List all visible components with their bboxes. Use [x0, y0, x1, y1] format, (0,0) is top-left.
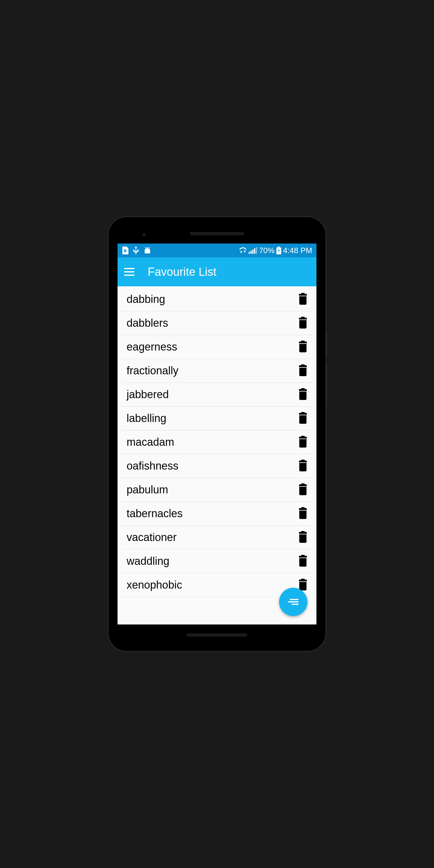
word-label: tabernacles [127, 507, 183, 520]
favourite-list[interactable]: dabbing dabblers eagerness fractionally … [118, 286, 316, 624]
file-error-icon [122, 247, 128, 254]
power-button [326, 332, 327, 355]
list-item[interactable]: vacationer [121, 526, 313, 550]
battery-charging-icon [276, 247, 281, 254]
trash-icon[interactable] [299, 437, 307, 447]
trash-icon[interactable] [299, 318, 307, 329]
word-label: labelling [127, 412, 166, 425]
word-label: oafishness [127, 460, 179, 472]
trash-icon[interactable] [299, 389, 307, 400]
trash-icon[interactable] [299, 508, 307, 519]
wifi-sync-icon [239, 247, 247, 254]
trash-icon[interactable] [299, 484, 307, 495]
status-right-icons: 70% 4:48 PM [239, 246, 312, 255]
sort-icon [288, 599, 299, 605]
phone-bottom-speaker [187, 633, 247, 637]
svg-line-4 [149, 247, 150, 248]
word-label: eagerness [127, 341, 177, 353]
word-label: macadam [127, 436, 174, 448]
list-item[interactable]: tabernacles [121, 502, 313, 526]
menu-icon[interactable] [124, 266, 135, 278]
list-item[interactable]: eagerness [121, 335, 313, 359]
word-label: xenophobic [127, 579, 182, 591]
list-item[interactable]: oafishness [121, 454, 313, 478]
trash-icon[interactable] [299, 532, 307, 543]
svg-point-1 [146, 248, 147, 249]
usb-icon [133, 246, 138, 255]
svg-point-2 [148, 248, 149, 249]
trash-icon[interactable] [299, 413, 307, 424]
battery-percent: 70% [259, 246, 275, 255]
android-debug-icon [144, 247, 151, 254]
trash-icon[interactable] [299, 341, 307, 352]
list-item[interactable]: fractionally [121, 359, 313, 383]
clock-time: 4:48 PM [283, 246, 312, 255]
list-item[interactable]: dabblers [121, 311, 313, 335]
status-left-icons [122, 246, 151, 255]
word-label: fractionally [127, 364, 179, 377]
list-item[interactable]: pabulum [121, 478, 313, 502]
word-label: jabbered [127, 388, 169, 401]
phone-speaker [190, 232, 244, 235]
word-label: vacationer [127, 531, 177, 544]
phone-camera [143, 233, 146, 236]
screen: 70% 4:48 PM Favourite List dabbing [118, 244, 316, 624]
svg-rect-0 [145, 249, 150, 253]
signal-icon [249, 247, 257, 254]
list-item[interactable]: jabbered [121, 383, 313, 407]
page-title: Favourite List [148, 266, 216, 278]
trash-icon[interactable] [299, 294, 307, 305]
status-bar: 70% 4:48 PM [118, 244, 316, 257]
trash-icon[interactable] [299, 365, 307, 376]
word-label: dabbing [127, 293, 165, 306]
word-label: dabblers [127, 317, 168, 330]
volume-button [326, 365, 327, 407]
list-item[interactable]: waddling [121, 550, 313, 573]
list-item[interactable]: macadam [121, 430, 313, 454]
list-item[interactable]: labelling [121, 407, 313, 430]
app-bar: Favourite List [118, 257, 316, 286]
trash-icon[interactable] [299, 461, 307, 471]
trash-icon[interactable] [299, 580, 307, 590]
word-label: pabulum [127, 484, 168, 496]
trash-icon[interactable] [299, 556, 307, 567]
word-label: waddling [127, 555, 169, 567]
svg-rect-6 [278, 247, 280, 247]
phone-device-frame: 70% 4:48 PM Favourite List dabbing [108, 217, 326, 651]
list-item[interactable]: dabbing [121, 286, 313, 311]
svg-line-3 [145, 247, 146, 248]
sort-fab-button[interactable] [279, 588, 307, 616]
